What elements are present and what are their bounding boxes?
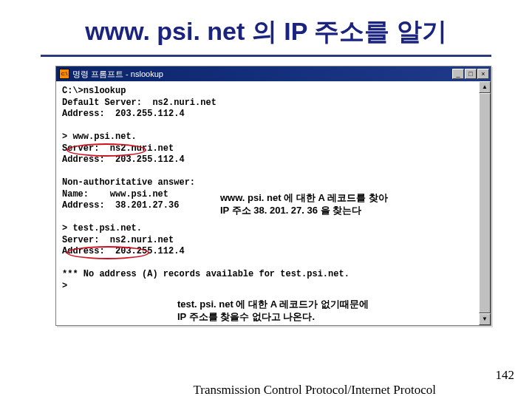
annotation-2-line-1: test. psi. net 에 대한 A 레코드가 없기때문에 xyxy=(177,299,369,310)
annotation-1-line-1: www. psi. net 에 대한 A 레코드를 찾아 xyxy=(220,192,388,203)
scrollbar[interactable]: ▲ ▼ xyxy=(479,81,491,325)
window-title: 명령 프롬프트 - nslookup xyxy=(72,69,163,80)
annotation-2-line-2: IP 주소를 찾을수 없다고 나온다. xyxy=(177,311,315,322)
terminal-window: c:\ 명령 프롬프트 - nslookup _ □ × C:\>nslooku… xyxy=(55,66,491,326)
annotation-text-2: test. psi. net 에 대한 A 레코드가 없기때문에 IP 주소를 … xyxy=(177,298,443,323)
window-titlebar: c:\ 명령 프롬프트 - nslookup _ □ × xyxy=(56,66,491,81)
annotation-1-line-2: IP 주소 38. 201. 27. 36 을 찾는다 xyxy=(220,205,361,216)
page-number: 142 xyxy=(496,368,515,383)
annotation-text-1: www. psi. net 에 대한 A 레코드를 찾아 IP 주소 38. 2… xyxy=(220,191,464,216)
footer-text: Transmission Control Protocol/Internet P… xyxy=(193,383,436,398)
scroll-thumb[interactable] xyxy=(479,93,491,313)
close-button[interactable]: × xyxy=(477,69,489,79)
scroll-up-button[interactable]: ▲ xyxy=(479,81,491,93)
slide-title: www. psi. net 의 IP 주소를 알기 xyxy=(0,0,532,55)
title-underline xyxy=(41,55,491,57)
app-icon: c:\ xyxy=(59,69,69,79)
maximize-button[interactable]: □ xyxy=(465,69,477,79)
minimize-button[interactable]: _ xyxy=(452,69,464,79)
scroll-down-button[interactable]: ▼ xyxy=(479,313,491,325)
terminal-body: C:\>nslookup Default Server: ns2.nuri.ne… xyxy=(56,81,491,325)
terminal-output: C:\>nslookup Default Server: ns2.nuri.ne… xyxy=(56,81,479,295)
window-controls: _ □ × xyxy=(452,69,489,79)
